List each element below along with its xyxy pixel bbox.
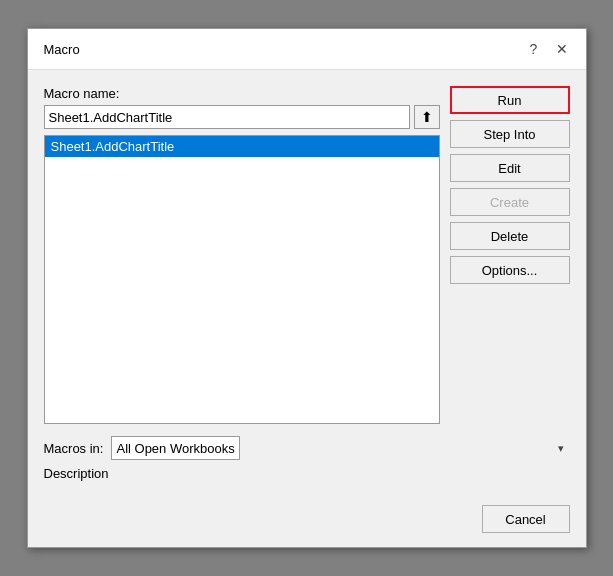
- title-bar: Macro ? ✕: [28, 29, 586, 70]
- close-button[interactable]: ✕: [550, 37, 574, 61]
- left-panel: Macro name: ⬆ Sheet1.AddChartTitle: [44, 86, 440, 424]
- run-label: Run: [498, 93, 522, 108]
- dialog-title: Macro: [44, 42, 80, 57]
- run-button[interactable]: Run: [450, 86, 570, 114]
- main-row: Macro name: ⬆ Sheet1.AddChartTitle Run: [44, 86, 570, 424]
- dialog-footer: Cancel: [28, 497, 586, 547]
- macros-in-row: Macros in: All Open Workbooks This Workb…: [44, 436, 570, 460]
- dialog-body: Macro name: ⬆ Sheet1.AddChartTitle Run: [28, 70, 586, 497]
- step-into-button[interactable]: Step Into: [450, 120, 570, 148]
- description-label: Description: [44, 466, 570, 481]
- delete-label: Delete: [491, 229, 529, 244]
- right-panel: Run Step Into Edit Create Delete Options…: [450, 86, 570, 424]
- macros-in-select[interactable]: All Open Workbooks This Workbook: [111, 436, 240, 460]
- help-button[interactable]: ?: [522, 37, 546, 61]
- macro-name-input[interactable]: [44, 105, 410, 129]
- select-wrapper: All Open Workbooks This Workbook: [111, 436, 569, 460]
- upload-icon: ⬆: [421, 109, 433, 125]
- create-label: Create: [490, 195, 529, 210]
- macro-list-container: Sheet1.AddChartTitle: [44, 135, 440, 424]
- edit-label: Edit: [498, 161, 520, 176]
- edit-button[interactable]: Edit: [450, 154, 570, 182]
- step-into-label: Step Into: [483, 127, 535, 142]
- list-item[interactable]: Sheet1.AddChartTitle: [45, 136, 439, 157]
- macro-dialog: Macro ? ✕ Macro name: ⬆ Sheet1.AddChartT…: [27, 28, 587, 548]
- title-bar-controls: ? ✕: [522, 37, 574, 61]
- input-row: ⬆: [44, 105, 440, 129]
- macro-list[interactable]: Sheet1.AddChartTitle: [45, 136, 439, 423]
- delete-button[interactable]: Delete: [450, 222, 570, 250]
- options-label: Options...: [482, 263, 538, 278]
- upload-button[interactable]: ⬆: [414, 105, 440, 129]
- bottom-section: Macros in: All Open Workbooks This Workb…: [44, 436, 570, 485]
- macros-in-label: Macros in:: [44, 441, 104, 456]
- macro-name-label: Macro name:: [44, 86, 440, 101]
- create-button[interactable]: Create: [450, 188, 570, 216]
- options-button[interactable]: Options...: [450, 256, 570, 284]
- cancel-button[interactable]: Cancel: [482, 505, 570, 533]
